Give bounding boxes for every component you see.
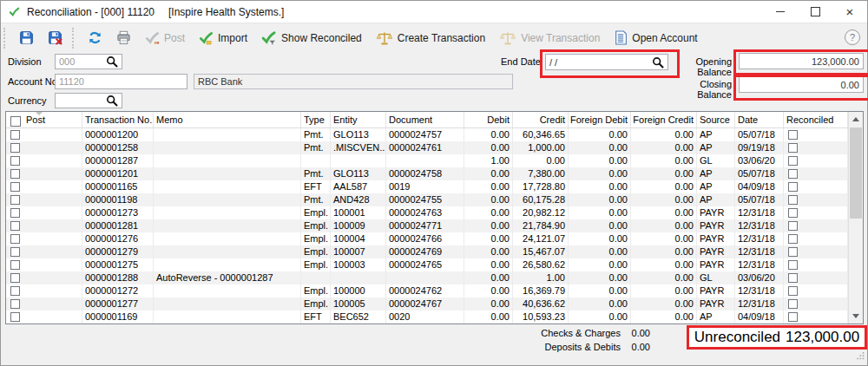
import-button[interactable]: Import bbox=[192, 28, 254, 48]
currency-field[interactable] bbox=[55, 93, 122, 108]
cell-foreign-debit: 0.00 bbox=[569, 128, 631, 141]
closing-balance-field[interactable]: 0.00 bbox=[739, 76, 864, 93]
table-row[interactable]: 0000001277Empl.10000500000247670.0040,63… bbox=[6, 297, 863, 310]
reconciled-checkbox[interactable] bbox=[788, 273, 798, 283]
reconciled-checkbox[interactable] bbox=[788, 221, 798, 231]
column-header-post[interactable]: Post bbox=[6, 112, 82, 127]
select-all-checkbox[interactable] bbox=[10, 116, 21, 127]
reconciled-checkbox[interactable] bbox=[788, 247, 798, 257]
post-checkbox[interactable] bbox=[10, 208, 20, 218]
scroll-up-button[interactable] bbox=[849, 112, 863, 127]
post-checkbox[interactable] bbox=[10, 286, 20, 296]
table-row[interactable]: 0000001169EFTBEC65200200.0010,593.230.00… bbox=[6, 310, 863, 324]
view-transaction-button[interactable]: View Transaction bbox=[492, 29, 607, 48]
table-row[interactable]: 0000001276Empl.10000400000247660.0024,12… bbox=[6, 232, 863, 245]
post-checkbox[interactable] bbox=[10, 130, 20, 140]
reconciled-checkbox[interactable] bbox=[788, 234, 798, 244]
save-close-button[interactable] bbox=[41, 28, 69, 48]
table-row[interactable]: 0000001272Empl.10000000000247620.0016,36… bbox=[6, 284, 863, 297]
maximize-button[interactable] bbox=[798, 1, 832, 23]
post-checkbox[interactable] bbox=[10, 143, 20, 153]
cell-debit: 0.00 bbox=[464, 284, 513, 297]
table-row[interactable]: 0000001288AutoReverse - 00000012870.001.… bbox=[6, 271, 863, 284]
reconciled-checkbox[interactable] bbox=[788, 195, 798, 205]
post-checkbox[interactable] bbox=[10, 299, 20, 309]
column-header-reconciled[interactable]: Reconciled bbox=[784, 112, 848, 127]
open-account-button[interactable]: Open Account bbox=[607, 28, 704, 48]
save-button[interactable] bbox=[12, 28, 41, 48]
column-header-foreign-credit[interactable]: Foreign Credit bbox=[631, 112, 697, 127]
cell-foreign-debit: 0.00 bbox=[569, 167, 631, 180]
table-row[interactable]: 0000001198Pmt.AND42800000247550.0060,175… bbox=[6, 193, 863, 206]
table-row[interactable]: 0000001275Empl.10000300000247650.0026,58… bbox=[6, 258, 863, 271]
cell-post bbox=[6, 219, 82, 232]
table-row[interactable]: 0000001201Pmt.GLO11300000247580.007,380.… bbox=[6, 167, 863, 180]
column-header-credit[interactable]: Credit bbox=[513, 112, 569, 127]
reconciled-checkbox[interactable] bbox=[788, 143, 798, 153]
post-checkbox[interactable] bbox=[10, 195, 20, 205]
open-account-icon bbox=[614, 30, 628, 45]
reconciled-checkbox[interactable] bbox=[788, 182, 798, 192]
post-checkbox[interactable] bbox=[10, 156, 20, 166]
reconciled-checkbox[interactable] bbox=[788, 208, 798, 218]
reconciled-checkbox[interactable] bbox=[788, 312, 798, 322]
create-transaction-button[interactable]: Create Transaction bbox=[369, 29, 492, 48]
column-header-type[interactable]: Type bbox=[301, 112, 331, 127]
resize-grip[interactable] bbox=[856, 348, 865, 363]
show-reconciled-button[interactable]: Show Reconciled bbox=[254, 28, 369, 48]
post-checkbox[interactable] bbox=[10, 273, 20, 283]
post-checkbox[interactable] bbox=[10, 312, 20, 322]
table-row[interactable]: 0000001258Pmt..MISCVEN...00000247610.001… bbox=[6, 141, 863, 154]
column-header-date[interactable]: Date bbox=[735, 112, 784, 127]
post-checkbox[interactable] bbox=[10, 221, 20, 231]
minimize-icon bbox=[776, 11, 785, 12]
table-row[interactable]: 0000001281Empl.10000900000247710.0021,78… bbox=[6, 219, 863, 232]
column-header-foreign-debit[interactable]: Foreign Debit bbox=[569, 112, 631, 127]
cell-date: 05/07/18 bbox=[735, 193, 784, 206]
reconciled-checkbox[interactable] bbox=[788, 130, 798, 140]
cell-document: 0000024763 bbox=[386, 206, 464, 219]
opening-balance-field[interactable]: 123,000.00 bbox=[739, 53, 864, 69]
reconciled-checkbox[interactable] bbox=[788, 286, 798, 296]
cell-foreign-debit: 0.00 bbox=[569, 206, 631, 219]
cell-date: 03/06/20 bbox=[735, 154, 784, 167]
column-header-debit[interactable]: Debit bbox=[464, 112, 513, 127]
account-number-field[interactable]: 11120 bbox=[55, 74, 187, 89]
table-row[interactable]: 00000012871.000.000.000.00GL03/06/20 bbox=[6, 154, 863, 167]
reconciled-checkbox[interactable] bbox=[788, 299, 798, 309]
division-field[interactable]: 000 bbox=[55, 54, 122, 69]
scroll-down-button[interactable] bbox=[849, 309, 863, 324]
refresh-button[interactable] bbox=[81, 28, 109, 48]
scrollbar-thumb[interactable] bbox=[850, 127, 862, 219]
post-checkbox[interactable] bbox=[10, 182, 20, 192]
window-company: [Inspire Health Systems.] bbox=[168, 6, 284, 18]
maximize-icon bbox=[811, 7, 820, 16]
reconciled-checkbox[interactable] bbox=[788, 260, 798, 270]
column-header-memo[interactable]: Memo bbox=[154, 112, 301, 127]
column-header-document[interactable]: Document bbox=[386, 112, 464, 127]
post-checkbox[interactable] bbox=[10, 247, 20, 257]
end-date-field[interactable]: / / bbox=[545, 54, 668, 70]
division-search-icon[interactable] bbox=[106, 56, 118, 68]
table-row[interactable]: 0000001200Pmt.GLO11300000247570.0060,346… bbox=[6, 128, 863, 141]
close-button[interactable]: × bbox=[832, 1, 867, 23]
currency-search-icon[interactable] bbox=[106, 95, 118, 107]
cell-post bbox=[6, 310, 82, 324]
column-header-source[interactable]: Source bbox=[697, 112, 735, 127]
post-checkbox[interactable] bbox=[10, 169, 20, 179]
reconciled-checkbox[interactable] bbox=[788, 169, 798, 179]
table-row[interactable]: 0000001279Empl.10000700000247690.0015,46… bbox=[6, 245, 863, 258]
post-checkbox[interactable] bbox=[10, 234, 20, 244]
table-row[interactable]: 0000001273Empl.10000100000247630.0020,98… bbox=[6, 206, 863, 219]
reconciled-checkbox[interactable] bbox=[788, 156, 798, 166]
minimize-button[interactable] bbox=[763, 1, 798, 23]
column-header-entity[interactable]: Entity bbox=[331, 112, 386, 127]
table-row[interactable]: 0000001165EFTAAL58700190.0017,728.800.00… bbox=[6, 180, 863, 193]
print-button[interactable] bbox=[109, 28, 138, 48]
help-icon[interactable]: ? bbox=[845, 29, 860, 45]
vertical-scrollbar[interactable] bbox=[848, 112, 863, 324]
post-checkbox[interactable] bbox=[10, 260, 20, 270]
end-date-search-icon[interactable] bbox=[652, 56, 664, 69]
column-header-transaction-no[interactable]: Transaction No. bbox=[82, 112, 154, 127]
post-button[interactable]: Post bbox=[138, 28, 192, 48]
